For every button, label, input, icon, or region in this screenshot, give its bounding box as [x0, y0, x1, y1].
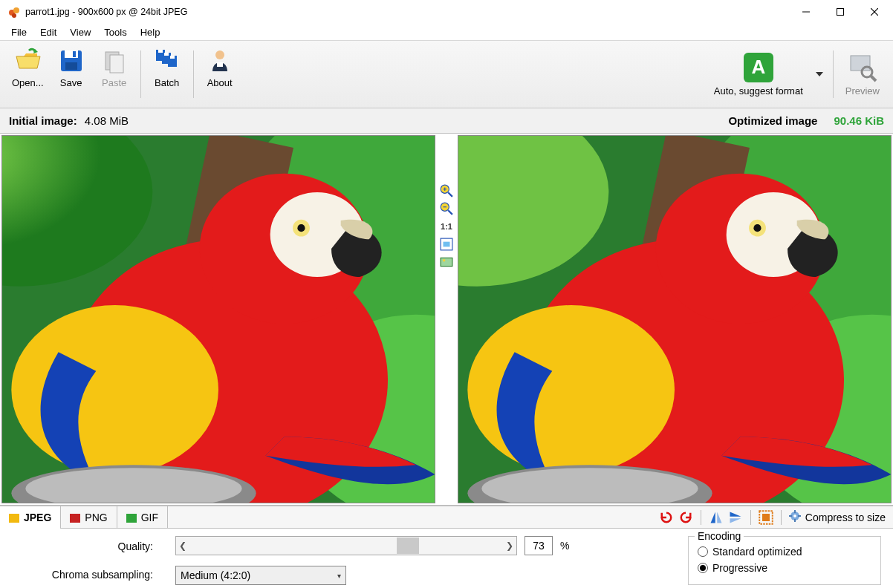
svg-rect-61: [9, 514, 19, 523]
radio-icon: [698, 546, 708, 557]
flip-horizontal-icon[interactable]: [709, 510, 724, 525]
titlebar: parrot1.jpg - 900x600 px @ 24bit JPEG: [0, 0, 893, 24]
gif-icon: [126, 513, 137, 522]
svg-point-30: [11, 305, 218, 474]
auto-dropdown[interactable]: [811, 62, 828, 87]
compress-to-size-button[interactable]: Compress to size: [789, 510, 886, 524]
menu-view[interactable]: View: [64, 25, 97, 39]
tab-gif[interactable]: GIF: [117, 506, 168, 528]
paste-label: Paste: [102, 77, 126, 88]
save-button[interactable]: Save: [50, 45, 93, 104]
svg-point-2: [12, 13, 16, 18]
svg-line-23: [871, 76, 876, 81]
toolbar-sep-2: [193, 50, 194, 98]
preview-label: Preview: [845, 85, 880, 97]
initial-image-pane[interactable]: [1, 135, 435, 503]
tab-png[interactable]: PNG: [61, 506, 117, 528]
svg-rect-9: [65, 62, 77, 70]
save-icon: [58, 48, 85, 74]
svg-line-42: [448, 210, 452, 215]
radio-standard-optimized[interactable]: Standard optimized: [698, 546, 871, 558]
tools-sep-1: [701, 510, 701, 525]
zoom-actual-button[interactable]: 1:1: [440, 220, 453, 233]
menu-file[interactable]: File: [5, 25, 33, 39]
quality-slider[interactable]: ❮ ❯: [175, 536, 517, 555]
preview-icon: [848, 53, 877, 82]
svg-rect-12: [110, 55, 123, 73]
radio-progressive[interactable]: Progressive: [698, 562, 871, 574]
svg-rect-46: [441, 258, 452, 266]
pane-controls: 1:1: [437, 134, 456, 505]
svg-rect-63: [126, 514, 137, 523]
png-icon: [70, 513, 80, 522]
resize-icon[interactable]: [759, 510, 773, 525]
menu-edit[interactable]: Edit: [34, 25, 62, 39]
tab-gif-label: GIF: [141, 512, 158, 523]
svg-rect-10: [73, 51, 76, 57]
maximize-button[interactable]: [823, 1, 857, 23]
initial-image-label: Initial image:: [9, 114, 77, 127]
close-button[interactable]: [857, 1, 892, 23]
menu-help[interactable]: Help: [134, 25, 166, 39]
chevron-down-icon: ▾: [337, 572, 341, 580]
size-info-strip: Initial image: 4.08 MiB Optimized image …: [0, 108, 893, 134]
window-title: parrot1.jpg - 900x600 px @ 24bit JPEG: [25, 7, 789, 17]
batch-label: Batch: [155, 77, 179, 88]
paste-icon: [101, 48, 128, 74]
svg-rect-18: [170, 56, 175, 59]
open-label: Open...: [12, 77, 44, 88]
auto-icon: A: [744, 53, 773, 82]
optimized-image-pane[interactable]: [458, 135, 892, 503]
fit-image-icon[interactable]: [440, 255, 453, 269]
slider-increase-icon[interactable]: ❯: [503, 540, 516, 551]
compare-area: 1:1: [0, 134, 893, 505]
auto-label: Auto, suggest format: [714, 85, 803, 97]
tools-sep-2: [750, 510, 751, 525]
about-button[interactable]: About: [198, 45, 241, 104]
tab-png-label: PNG: [85, 512, 107, 523]
svg-line-38: [448, 192, 452, 197]
about-icon: [207, 48, 233, 74]
tab-jpeg[interactable]: JPEG: [0, 506, 61, 528]
menu-tools[interactable]: Tools: [98, 25, 132, 39]
quality-input[interactable]: [525, 536, 553, 555]
format-tabs-row: JPEG PNG GIF Compress to size: [0, 505, 893, 529]
initial-image: [2, 136, 435, 503]
svg-rect-14: [158, 50, 163, 53]
svg-point-67: [793, 514, 796, 517]
jpeg-icon: [9, 513, 19, 522]
auto-format-button[interactable]: A Auto, suggest format: [707, 50, 811, 99]
svg-point-47: [443, 259, 445, 261]
svg-rect-8: [65, 50, 78, 58]
svg-rect-20: [217, 62, 223, 67]
rotate-cw-icon[interactable]: [678, 510, 693, 525]
optimized-image: [458, 136, 891, 503]
toolbar-sep-3: [833, 50, 834, 98]
initial-image-size: 4.08 MiB: [85, 114, 129, 127]
optimized-image-size: 90.46 KiB: [834, 114, 884, 127]
fit-window-icon[interactable]: [440, 238, 453, 251]
zoom-in-icon[interactable]: [440, 184, 453, 197]
svg-rect-4: [837, 9, 844, 16]
flip-vertical-icon[interactable]: [728, 510, 743, 525]
svg-point-1: [13, 7, 19, 13]
chroma-dropdown[interactable]: Medium (4:2:0) ▾: [175, 566, 346, 585]
tab-jpeg-label: JPEG: [24, 512, 51, 523]
optimized-image-label: Optimized image: [728, 114, 817, 127]
zoom-out-icon[interactable]: [440, 202, 453, 215]
batch-button[interactable]: Batch: [146, 45, 189, 104]
tools-sep-3: [781, 510, 782, 525]
slider-thumb[interactable]: [397, 538, 419, 554]
minimize-button[interactable]: [789, 1, 823, 23]
slider-decrease-icon[interactable]: ❮: [176, 540, 189, 551]
chroma-value: Medium (4:2:0): [181, 569, 250, 581]
svg-rect-65: [762, 514, 770, 521]
svg-rect-62: [70, 514, 80, 523]
svg-point-19: [215, 50, 224, 59]
rotate-ccw-icon[interactable]: [659, 510, 674, 525]
svg-rect-45: [444, 242, 450, 247]
radio-standard-label: Standard optimized: [712, 546, 802, 558]
app-icon: [7, 5, 21, 19]
open-button[interactable]: Open...: [6, 45, 50, 104]
folder-open-icon: [14, 48, 41, 74]
